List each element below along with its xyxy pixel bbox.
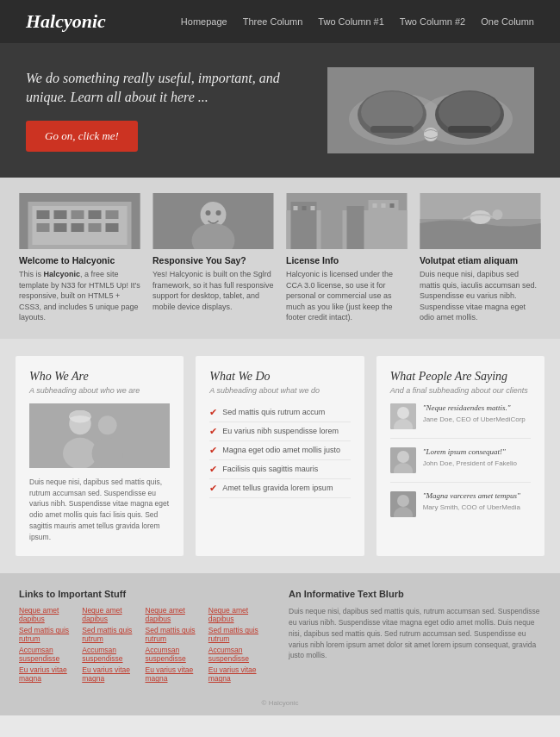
- testimonial-author-2: Mary Smith, COO of UberMedia: [423, 503, 520, 511]
- feature-welcome: Welcome to Halcyonic This is Halcyonic, …: [19, 193, 140, 323]
- feature-img-volutpat: [420, 193, 541, 249]
- footer-link-1-0[interactable]: Neque amet dapibus: [82, 606, 145, 623]
- feature-img-responsive: [152, 193, 274, 249]
- testimonial-quote-0: "Neque residaendes mattis.": [423, 403, 526, 414]
- svg-rect-15: [54, 210, 67, 219]
- nav-three-column[interactable]: Three Column: [243, 16, 303, 27]
- footer-blurb-title: An Informative Text Blurb: [289, 589, 541, 599]
- what-subtitle: A subheading about what we do: [209, 386, 350, 395]
- svg-rect-36: [382, 203, 386, 208]
- svg-rect-21: [72, 223, 84, 232]
- check-icon-0: ✔: [209, 407, 217, 418]
- svg-point-49: [92, 438, 123, 468]
- feature-img-welcome: [19, 193, 140, 249]
- footer-link-1-1[interactable]: Sed mattis quis rutrum: [82, 626, 145, 643]
- testimonials-title: What People Are Saying: [390, 370, 531, 384]
- svg-point-55: [397, 451, 409, 463]
- footer-link-2-0[interactable]: Neque amet dapibus: [146, 606, 208, 623]
- footer-link-3-0[interactable]: Neque amet dapibus: [208, 606, 271, 623]
- svg-rect-40: [311, 206, 315, 210]
- footer-links-title: Links to Important Stuff: [19, 589, 271, 599]
- feature-desc-volutpat: Duis neque nisi, dapibus sed mattis quis…: [420, 269, 541, 323]
- footer-link-col-3: Neque amet dapibus Sed mattis quis rutru…: [208, 606, 271, 685]
- feature-volutpat: Volutpat etiam aliquam Duis neque nisi, …: [420, 193, 541, 323]
- svg-rect-33: [347, 206, 364, 249]
- checklist-item-1: ✔Eu varius nibh suspendisse lorem: [209, 422, 350, 441]
- footer-blurb-section: An Informative Text Blurb Duis neque nis…: [289, 589, 541, 685]
- feature-responsive: Responsive You Say? Yes! Halcyonic is bu…: [152, 193, 274, 323]
- testimonial-2: "Magna varceres amet tempus" Mary Smith,…: [390, 491, 531, 526]
- who-image: [29, 403, 170, 468]
- footer-link-2-2[interactable]: Accumsan suspendisse: [146, 646, 208, 663]
- feature-title-responsive: Responsive You Say?: [152, 255, 274, 265]
- who-title: Who We Are: [29, 370, 170, 384]
- check-icon-1: ✔: [209, 426, 217, 437]
- footer-links-grid: Neque amet dapibus Sed mattis quis rutru…: [19, 606, 271, 685]
- svg-point-43: [470, 210, 491, 224]
- testimonial-quote-1: "Lorem ipsum consequat!": [423, 447, 517, 458]
- who-subtitle: A subheading about who we are: [29, 386, 170, 395]
- nav-one-column[interactable]: One Column: [481, 16, 534, 27]
- svg-rect-16: [72, 210, 84, 219]
- feature-desc-welcome: This is Halcyonic, a free site template …: [19, 269, 140, 323]
- svg-rect-5: [370, 126, 414, 133]
- footer-link-2-3[interactable]: Eu varius vitae magna: [146, 665, 208, 683]
- checklist-item-2: ✔Magna eget odio amet mollis justo: [209, 441, 350, 460]
- svg-rect-20: [54, 223, 67, 232]
- footer-link-3-2[interactable]: Accumsan suspendisse: [208, 646, 271, 663]
- footer-link-1-3[interactable]: Eu varius vitae magna: [82, 665, 145, 683]
- hero-section: We do something really useful, important…: [0, 43, 560, 178]
- svg-rect-23: [106, 223, 119, 232]
- footer-link-0-2[interactable]: Accumsan suspendisse: [19, 646, 82, 663]
- hero-image: [327, 67, 534, 153]
- checklist-item-4: ✔Amet tellus gravida lorem ipsum: [209, 479, 350, 498]
- svg-rect-38: [294, 206, 298, 210]
- footer-link-col-1: Neque amet dapibus Sed mattis quis rutru…: [82, 606, 145, 685]
- testimonial-0: "Neque residaendes mattis." Jane Doe, CE…: [390, 403, 531, 439]
- svg-rect-19: [37, 223, 50, 232]
- svg-rect-14: [37, 210, 50, 219]
- feature-img-license: [286, 193, 408, 249]
- features-section: Welcome to Halcyonic This is Halcyonic, …: [0, 178, 560, 339]
- feature-desc-responsive: Yes! Halcyonic is built on the Sglrd fra…: [152, 269, 274, 312]
- what-we-do-card: What We Do A subheading about what we do…: [196, 356, 364, 557]
- footer-link-3-1[interactable]: Sed mattis quis rutrum: [208, 626, 271, 643]
- testimonial-content-2: "Magna varceres amet tempus" Mary Smith,…: [423, 491, 520, 511]
- nav-two-column-1[interactable]: Two Column #1: [318, 16, 383, 27]
- footer-link-col-0: Neque amet dapibus Sed mattis quis rutru…: [19, 606, 82, 685]
- svg-rect-18: [106, 210, 119, 219]
- hero-text: We do something really useful, important…: [26, 69, 327, 153]
- testimonial-author-1: John Doe, President of Fakelio: [423, 459, 517, 467]
- footer-blurb-text: Duis neque nisi, dapibus sed mattis quis…: [289, 606, 541, 661]
- svg-rect-22: [89, 223, 102, 232]
- feature-title-license: License Info: [286, 255, 408, 265]
- nav-two-column-2[interactable]: Two Column #2: [400, 16, 465, 27]
- nav-homepage[interactable]: Homepage: [181, 16, 227, 27]
- footer-link-0-1[interactable]: Sed mattis quis rutrum: [19, 626, 82, 643]
- who-we-are-card: Who We Are A subheading about who we are…: [16, 356, 184, 557]
- testimonial-quote-2: "Magna varceres amet tempus": [423, 491, 520, 502]
- testimonial-content-1: "Lorem ipsum consequat!" John Doe, Presi…: [423, 447, 517, 467]
- check-icon-4: ✔: [209, 483, 217, 494]
- footer-link-0-3[interactable]: Eu varius vitae magna: [19, 665, 82, 683]
- logo: Halcyonic: [26, 10, 106, 33]
- footer-copyright: © Halcyonic: [19, 694, 541, 707]
- checklist-item-3: ✔Facilisis quis sagittis mauris: [209, 460, 350, 479]
- avatar-1: [390, 447, 416, 473]
- footer-link-3-3[interactable]: Eu varius vitae magna: [208, 665, 271, 683]
- svg-point-58: [397, 495, 409, 507]
- footer-links-section: Links to Important Stuff Neque amet dapi…: [19, 589, 271, 685]
- checklist-item-0: ✔Sed mattis quis rutrum accum: [209, 403, 350, 422]
- svg-rect-32: [321, 197, 343, 249]
- testimonial-author-0: Jane Doe, CEO of UberMediCorp: [423, 415, 526, 423]
- footer: Links to Important Stuff Neque amet dapi…: [0, 573, 560, 715]
- footer-link-0-0[interactable]: Neque amet dapibus: [19, 606, 82, 623]
- footer-link-1-2[interactable]: Accumsan suspendisse: [82, 646, 145, 663]
- footer-link-2-1[interactable]: Sed mattis quis rutrum: [146, 626, 208, 643]
- avatar-2: [390, 491, 416, 517]
- nav: Homepage Three Column Two Column #1 Two …: [181, 16, 534, 27]
- svg-rect-17: [89, 210, 102, 219]
- svg-rect-39: [302, 206, 307, 210]
- hero-cta-button[interactable]: Go on, click me!: [26, 121, 138, 152]
- svg-point-52: [397, 407, 409, 419]
